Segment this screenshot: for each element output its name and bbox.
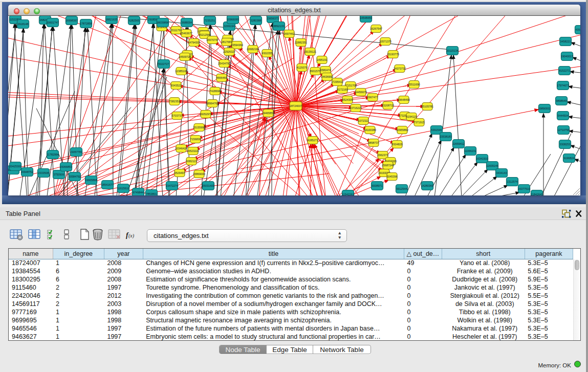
svg-text:17974673: 17974673 [557, 84, 569, 87]
svg-text:4129379: 4129379 [297, 66, 308, 69]
svg-text:8152271: 8152271 [559, 69, 570, 72]
svg-text:23656373: 23656373 [267, 17, 279, 20]
svg-text:19040017: 19040017 [561, 55, 573, 58]
svg-text:3045396: 3045396 [387, 175, 398, 178]
svg-text:7156836: 7156836 [190, 138, 201, 141]
svg-text:22659412: 22659412 [452, 142, 465, 145]
svg-text:3529497: 3529497 [175, 171, 185, 174]
svg-text:15193775: 15193775 [387, 53, 399, 56]
svg-text:17295412: 17295412 [331, 80, 343, 83]
svg-text:18541677: 18541677 [101, 183, 114, 186]
svg-text:15212940: 15212940 [199, 33, 211, 36]
svg-text:25511690: 25511690 [408, 83, 420, 86]
svg-text:16998367: 16998367 [66, 19, 78, 22]
svg-text:13716227: 13716227 [350, 106, 362, 110]
svg-text:19890931: 19890931 [538, 107, 551, 110]
svg-text:2967477: 2967477 [367, 96, 378, 99]
svg-text:25687243: 25687243 [382, 164, 394, 167]
svg-text:4666460: 4666460 [216, 76, 227, 79]
svg-text:14636992: 14636992 [321, 75, 333, 78]
svg-text:10571375: 10571375 [379, 40, 391, 43]
svg-text:22882351: 22882351 [295, 41, 307, 44]
svg-text:2918148: 2918148 [18, 23, 29, 26]
svg-text:10346424: 10346424 [175, 147, 187, 150]
svg-text:2333508: 2333508 [38, 171, 49, 174]
svg-text:20948752: 20948752 [21, 170, 33, 173]
svg-text:1072322: 1072322 [358, 119, 369, 122]
svg-text:25434793: 25434793 [218, 62, 230, 65]
svg-text:9008971: 9008971 [372, 184, 383, 187]
svg-text:9912544: 9912544 [397, 187, 407, 190]
svg-text:1312574: 1312574 [507, 180, 518, 183]
svg-text:3688094: 3688094 [182, 21, 192, 24]
svg-text:14456679: 14456679 [355, 91, 367, 94]
svg-text:6282565: 6282565 [129, 19, 140, 22]
svg-text:20115134: 20115134 [446, 49, 459, 52]
svg-text:8892133: 8892133 [274, 25, 285, 28]
svg-text:6580474: 6580474 [320, 69, 331, 72]
svg-text:11609146: 11609146 [486, 164, 498, 167]
svg-text:4302355: 4302355 [262, 52, 273, 55]
svg-text:3308253: 3308253 [560, 143, 571, 146]
svg-text:12385106: 12385106 [175, 70, 187, 73]
svg-text:15463677: 15463677 [180, 32, 192, 35]
svg-text:18724007: 18724007 [290, 104, 302, 107]
svg-text:9898737: 9898737 [368, 141, 379, 144]
svg-text:7371915: 7371915 [414, 121, 425, 124]
svg-text:22926327: 22926327 [223, 50, 235, 53]
svg-text:24373732: 24373732 [394, 67, 406, 70]
svg-text:21842645: 21842645 [531, 193, 543, 196]
svg-text:18039896: 18039896 [157, 21, 169, 24]
svg-text:23538183: 23538183 [440, 135, 452, 138]
svg-text:20425300: 20425300 [9, 165, 21, 168]
svg-text:7853801: 7853801 [146, 192, 157, 195]
svg-text:6524305: 6524305 [342, 98, 353, 101]
svg-text:3458221: 3458221 [560, 40, 571, 43]
svg-text:5444504: 5444504 [558, 114, 569, 117]
svg-text:16670747: 16670747 [206, 38, 219, 41]
svg-text:16052972: 16052972 [200, 113, 212, 116]
svg-text:14100380: 14100380 [364, 128, 376, 132]
svg-text:9898649: 9898649 [556, 99, 567, 102]
svg-text:18994763: 18994763 [206, 102, 219, 105]
svg-text:8931579: 8931579 [310, 70, 321, 73]
svg-text:11066231: 11066231 [464, 149, 476, 152]
svg-text:18821635: 18821635 [105, 18, 118, 21]
svg-text:20601747: 20601747 [47, 21, 59, 24]
svg-text:19139121: 19139121 [304, 50, 316, 53]
svg-text:6194119: 6194119 [406, 115, 417, 118]
svg-text:23594364: 23594364 [231, 43, 243, 47]
svg-text:16267547: 16267547 [370, 27, 382, 30]
svg-text:16341910: 16341910 [476, 157, 488, 160]
svg-text:7382351: 7382351 [169, 100, 180, 103]
svg-text:2697462: 2697462 [284, 32, 295, 35]
svg-text:14548459: 14548459 [360, 16, 372, 19]
svg-text:3750906: 3750906 [54, 173, 64, 176]
svg-text:23057783: 23057783 [70, 150, 82, 154]
svg-text:22682194: 22682194 [247, 48, 259, 51]
svg-text:16377510: 16377510 [518, 187, 530, 190]
svg-text:20584792: 20584792 [69, 175, 81, 178]
svg-text:5703737: 5703737 [172, 114, 183, 117]
svg-text:17872858: 17872858 [80, 22, 92, 25]
svg-text:5022727: 5022727 [159, 62, 169, 65]
svg-text:8304829: 8304829 [392, 143, 403, 146]
svg-text:3434143: 3434143 [496, 171, 507, 174]
svg-text:19465853: 19465853 [262, 112, 274, 115]
svg-text:15155998: 15155998 [193, 126, 205, 129]
svg-text:4285271: 4285271 [308, 139, 318, 142]
svg-text:7428696: 7428696 [210, 90, 221, 93]
svg-text:16523222: 16523222 [187, 149, 199, 152]
svg-text:10955862: 10955862 [396, 128, 408, 132]
svg-text:23472274: 23472274 [166, 184, 178, 187]
svg-text:9196824: 9196824 [564, 157, 575, 160]
svg-text:3299194: 3299194 [224, 25, 235, 28]
svg-text:14280369: 14280369 [421, 184, 433, 187]
svg-text:19648490: 19648490 [398, 98, 410, 101]
svg-text:21782994: 21782994 [47, 153, 59, 156]
svg-text:14509728: 14509728 [179, 55, 191, 58]
svg-text:7235251: 7235251 [205, 19, 215, 22]
svg-text:14794303: 14794303 [188, 41, 200, 44]
svg-text:4354814: 4354814 [576, 28, 581, 31]
svg-text:5391546: 5391546 [431, 128, 442, 132]
